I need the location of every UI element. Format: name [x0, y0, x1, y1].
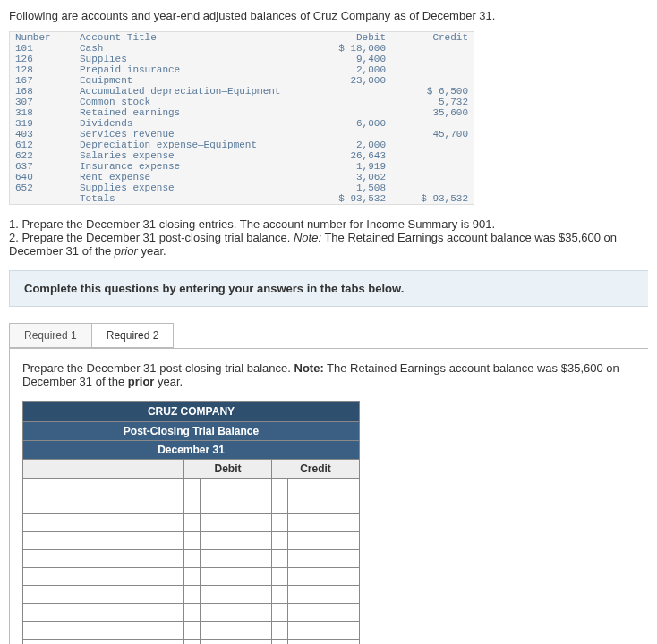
credit-input[interactable]	[288, 496, 360, 514]
tab-required-1[interactable]: Required 1	[9, 323, 92, 348]
tab-desc-note: Note:	[294, 361, 324, 375]
answer-table: CRUZ COMPANY Post-Closing Trial Balance …	[22, 401, 360, 644]
totals-label: Totals	[23, 640, 184, 645]
credit-input[interactable]	[288, 479, 360, 496]
ledger-hdr-number: Number	[10, 32, 75, 44]
answer-company: CRUZ COMPANY	[23, 402, 360, 422]
ledger-hdr-debit: Debit	[309, 32, 391, 44]
credit-input[interactable]	[288, 586, 360, 604]
ledger-hdr-title: Account Title	[74, 32, 309, 44]
credit-input[interactable]	[288, 604, 360, 622]
ledger-row: 640Rent expense3,062	[10, 172, 474, 182]
totals-credit: 0	[288, 640, 360, 645]
ledger-row: 101Cash$ 18,000	[10, 43, 474, 54]
answer-credit-hdr: Credit	[272, 460, 360, 479]
ledger-row: 126Supplies9,400	[10, 54, 474, 64]
table-row	[23, 532, 360, 550]
table-row	[23, 514, 360, 532]
ledger-row: 652Supplies expense1,508	[10, 182, 474, 193]
dollar-sign: $	[272, 640, 288, 645]
credit-input[interactable]	[288, 568, 360, 586]
debit-input[interactable]	[201, 479, 272, 496]
tab-desc-prior: prior	[128, 375, 155, 388]
account-input[interactable]	[23, 514, 184, 532]
instr-prior-emph: prior	[115, 244, 138, 258]
tab-desc-a: Prepare the December 31 post-closing tri…	[22, 361, 294, 375]
debit-input[interactable]	[201, 496, 272, 514]
account-input[interactable]	[23, 532, 184, 550]
totals-debit: 0	[201, 640, 272, 645]
account-input[interactable]	[23, 479, 184, 496]
credit-input[interactable]	[288, 550, 360, 568]
debit-input[interactable]	[201, 604, 272, 622]
instr-line2a: 2. Prepare the December 31 post-closing …	[9, 231, 294, 244]
ledger-totals-row: Totals$ 93,532$ 93,532	[10, 193, 474, 205]
table-row	[23, 604, 360, 622]
table-row	[23, 550, 360, 568]
instruction-box: Complete this questions by entering your…	[9, 270, 648, 307]
account-input[interactable]	[23, 550, 184, 568]
tab-content: Prepare the December 31 post-closing tri…	[9, 348, 648, 644]
ledger-hdr-credit: Credit	[391, 32, 474, 44]
credit-input[interactable]	[288, 622, 360, 640]
account-input[interactable]	[23, 586, 184, 604]
intro-text: Following are accounts and year-end adju…	[9, 9, 648, 22]
ledger-row: 612Depreciation expense—Equipment2,000	[10, 140, 474, 150]
tab-required-2[interactable]: Required 2	[92, 323, 175, 348]
account-input[interactable]	[23, 604, 184, 622]
answer-acct-hdr	[23, 460, 184, 479]
ledger-row: 319Dividends6,000	[10, 118, 474, 129]
ledger-row: 307Common stock5,732	[10, 97, 474, 107]
ledger-row: 403Services revenue45,700	[10, 129, 474, 140]
debit-input[interactable]	[201, 568, 272, 586]
debit-input[interactable]	[201, 586, 272, 604]
table-row	[23, 622, 360, 640]
credit-input[interactable]	[288, 532, 360, 550]
ledger-row: 128Prepaid insurance2,000	[10, 64, 474, 75]
ledger-row: 622Salaries expense26,643	[10, 150, 474, 161]
ledger-row: 318Retained earnings35,600	[10, 107, 474, 118]
dollar-sign: $	[184, 640, 201, 645]
account-input[interactable]	[23, 496, 184, 514]
answer-date: December 31	[23, 441, 360, 460]
instr-line2c: year.	[138, 244, 166, 258]
totals-row: Totals $ 0 $ 0	[23, 640, 360, 645]
tab-description: Prepare the December 31 post-closing tri…	[22, 361, 640, 388]
table-row	[23, 568, 360, 586]
tab-desc-c: year.	[154, 375, 183, 388]
debit-input[interactable]	[201, 514, 272, 532]
debit-input[interactable]	[201, 622, 272, 640]
instr-note-emph: Note:	[294, 231, 321, 244]
answer-title: Post-Closing Trial Balance	[23, 422, 360, 441]
account-input[interactable]	[23, 568, 184, 586]
debit-input[interactable]	[201, 550, 272, 568]
table-row	[23, 586, 360, 604]
table-row	[23, 496, 360, 514]
instructions: 1. Prepare the December 31 closing entri…	[9, 217, 648, 258]
answer-debit-hdr: Debit	[184, 460, 272, 479]
instr-line1: 1. Prepare the December 31 closing entri…	[9, 217, 495, 231]
ledger-row: 637Insurance expense1,919	[10, 161, 474, 172]
ledger-table: Number Account Title Debit Credit 101Cas…	[9, 31, 474, 205]
ledger-row: 168Accumulated depreciation—Equipment$ 6…	[10, 86, 474, 97]
ledger-row: 167Equipment23,000	[10, 75, 474, 86]
account-input[interactable]	[23, 622, 184, 640]
table-row	[23, 479, 360, 496]
credit-input[interactable]	[288, 514, 360, 532]
tab-bar: Required 1 Required 2	[9, 323, 648, 348]
debit-input[interactable]	[201, 532, 272, 550]
